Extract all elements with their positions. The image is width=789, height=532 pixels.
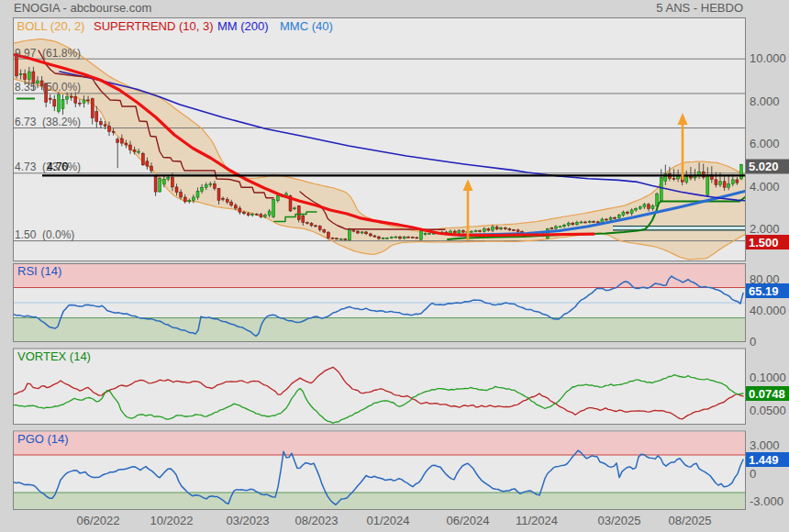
svg-text:65.19: 65.19 bbox=[749, 284, 779, 298]
svg-text:06/2022: 06/2022 bbox=[77, 514, 120, 527]
svg-text:8.35 (50.0%): 8.35 (50.0%) bbox=[15, 81, 81, 94]
svg-text:RSI (14): RSI (14) bbox=[17, 264, 61, 278]
svg-text:1.50 (0.0%): 1.50 (0.0%) bbox=[15, 228, 74, 241]
svg-text:1.500: 1.500 bbox=[749, 236, 779, 249]
svg-text:4.000: 4.000 bbox=[750, 180, 780, 194]
svg-text:06/2024: 06/2024 bbox=[447, 514, 490, 527]
svg-text:MM (200): MM (200) bbox=[217, 19, 269, 33]
svg-text:5.020: 5.020 bbox=[749, 160, 779, 173]
svg-text:4.70: 4.70 bbox=[47, 161, 69, 173]
svg-text:0: 0 bbox=[750, 335, 756, 349]
svg-text:03/2025: 03/2025 bbox=[598, 514, 641, 527]
svg-text:MMC (40): MMC (40) bbox=[280, 19, 333, 33]
svg-text:BOLL (20, 2): BOLL (20, 2) bbox=[17, 19, 85, 33]
svg-text:2.000: 2.000 bbox=[750, 222, 780, 236]
svg-text:0.0748: 0.0748 bbox=[749, 387, 785, 401]
svg-text:08/2023: 08/2023 bbox=[295, 514, 339, 527]
svg-text:40.000: 40.000 bbox=[750, 304, 786, 317]
svg-text:PGO (14): PGO (14) bbox=[17, 432, 69, 446]
svg-text:0.1000: 0.1000 bbox=[750, 371, 786, 384]
svg-text:-3.000: -3.000 bbox=[750, 494, 783, 508]
svg-text:8.000: 8.000 bbox=[750, 94, 780, 108]
svg-text:VORTEX (14): VORTEX (14) bbox=[17, 349, 91, 363]
svg-text:SUPERTREND (10, 3): SUPERTREND (10, 3) bbox=[94, 19, 214, 33]
svg-text:10/2022: 10/2022 bbox=[150, 514, 194, 527]
svg-text:1.449: 1.449 bbox=[749, 453, 779, 467]
svg-text:0: 0 bbox=[750, 467, 756, 481]
svg-text:08/2025: 08/2025 bbox=[669, 514, 712, 527]
svg-text:9.97 (61.8%): 9.97 (61.8%) bbox=[15, 47, 81, 60]
svg-text:ENOGIA - abcbourse.com: ENOGIA - abcbourse.com bbox=[14, 1, 151, 15]
svg-text:11/2024: 11/2024 bbox=[516, 514, 558, 527]
svg-text:03/2023: 03/2023 bbox=[227, 514, 270, 527]
svg-text:6.000: 6.000 bbox=[750, 137, 780, 150]
svg-text:10.000: 10.000 bbox=[750, 51, 786, 65]
svg-text:6.73 (38.2%): 6.73 (38.2%) bbox=[15, 116, 81, 128]
svg-text:3.000: 3.000 bbox=[750, 438, 780, 452]
svg-text:01/2024: 01/2024 bbox=[367, 514, 410, 527]
svg-text:0.0500: 0.0500 bbox=[750, 404, 786, 417]
svg-text:5 ANS - HEBDO: 5 ANS - HEBDO bbox=[656, 1, 743, 15]
